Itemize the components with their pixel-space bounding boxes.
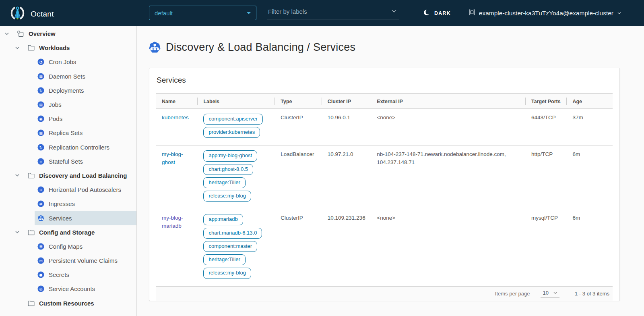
label-badge: heritage:Tiller	[203, 177, 245, 188]
sidebar-item-label: Ingresses	[49, 200, 75, 207]
chevron-down-icon	[553, 291, 557, 295]
sidebar-item-config-and-storage[interactable]: Config and Storage	[0, 225, 136, 239]
labels-cell: app:my-blog-ghostchart:ghost-8.0.5herita…	[198, 146, 275, 209]
sidebar-item-persistent-volume-claims[interactable]: ▭Persistent Volume Claims	[0, 254, 136, 268]
sidebar-item-label: Cron Jobs	[49, 58, 76, 65]
chevron-down-icon[interactable]	[391, 8, 397, 15]
sidebar-item-pods[interactable]: ◉Pods	[0, 112, 136, 126]
svg-text:◎: ◎	[39, 287, 42, 291]
services-table: NameLabelsTypeCluster IPExternal IPTarge…	[156, 94, 613, 286]
secrets-icon: ●	[37, 271, 44, 279]
dropdown-caret-icon	[247, 12, 251, 14]
services-icon	[37, 214, 44, 222]
folder-icon	[27, 229, 35, 236]
pagination: Items per page 10 1 - 3 of 3 items	[156, 286, 613, 301]
label-badge: chart:mariadb-6.13.0	[203, 228, 262, 239]
type-cell: ClusterIP	[275, 108, 322, 146]
dark-mode-label: DARK	[434, 10, 451, 16]
sidebar-item-label: Pods	[49, 115, 62, 122]
sidebar-item-label: Secrets	[49, 271, 69, 278]
jobs-icon: ▤	[37, 101, 44, 108]
external-ip-cell: nb-104-237-148-71.newark.nodebalancer.li…	[371, 146, 526, 209]
items-per-page-select[interactable]: 10	[541, 290, 559, 297]
octant-logo-icon	[10, 5, 25, 23]
dark-mode-toggle[interactable]: DARK	[421, 0, 453, 26]
chevron-down-icon[interactable]	[14, 45, 20, 51]
sidebar-item-label: Config and Storage	[39, 229, 95, 236]
labels-cell: component:apiserverprovider:kubernetes	[198, 108, 275, 146]
sidebar-item-label: Persistent Volume Claims	[49, 257, 118, 264]
sidebar-item-custom-resources[interactable]: Custom Resources	[0, 296, 136, 310]
sidebar-item-config-maps[interactable]: ☰Config Maps	[0, 239, 136, 254]
column-header-labels: Labels	[198, 94, 275, 109]
cluster-select[interactable]: example-cluster-ka3TuTzYo4a@example-clus…	[469, 0, 621, 26]
sidebar-item-discovery-and-load-balancing[interactable]: Discovery and Load Balancing	[0, 168, 136, 183]
sidebar-item-label: Horizontal Pod Autoscalers	[49, 186, 121, 193]
sidebar-item-label: Overview	[29, 30, 56, 37]
label-badge: release:my-blog	[203, 191, 251, 202]
service-link-kubernetes[interactable]: kubernetes	[162, 114, 189, 121]
chevron-down-icon[interactable]	[14, 173, 20, 178]
label-filter-input[interactable]	[267, 8, 391, 17]
main-content: Discovery & Load Balancing / Services Se…	[137, 26, 644, 316]
sidebar-item-secrets[interactable]: ●Secrets	[0, 268, 136, 282]
sidebar-item-replica-sets[interactable]: ▩Replica Sets	[0, 126, 136, 140]
moon-icon	[423, 9, 431, 17]
label-badge: component:apiserver	[203, 114, 262, 125]
services-icon	[149, 41, 161, 54]
sidebar-item-label: Replication Controllers	[49, 144, 109, 151]
label-badge: release:my-blog	[203, 268, 251, 279]
replica-sets-icon: ▩	[37, 129, 44, 137]
svg-text:↔: ↔	[39, 188, 42, 192]
sidebar-item-label: Deployments	[49, 87, 84, 94]
config-maps-icon: ☰	[37, 243, 44, 250]
column-header-type: Type	[275, 94, 322, 109]
pods-icon: ◉	[37, 115, 44, 123]
label-badge: provider:kubernetes	[203, 127, 260, 138]
sidebar-item-stateful-sets[interactable]: ≡Stateful Sets	[0, 154, 136, 168]
column-header-age: Age	[567, 94, 613, 109]
svg-text:◉: ◉	[39, 117, 42, 121]
age-cell: 6m	[567, 146, 613, 209]
sidebar-item-overview[interactable]: Overview	[0, 27, 136, 41]
daemon-sets-icon: ▦	[37, 73, 44, 80]
chevron-down-icon[interactable]	[14, 229, 20, 235]
label-badge: app:mariadb	[203, 214, 243, 225]
card-title: Services	[157, 76, 613, 85]
cluster-ip-cell: 10.96.0.1	[322, 108, 372, 146]
cluster-icon	[469, 9, 475, 17]
ingresses-icon: ⇄	[37, 200, 44, 208]
sidebar-item-replication-controllers[interactable]: ↻Replication Controllers	[0, 140, 136, 154]
sidebar-item-label: Workloads	[39, 44, 70, 51]
sidebar-item-service-accounts[interactable]: ◎Service Accounts	[0, 282, 136, 296]
sidebar-item-deployments[interactable]: ↻Deployments	[0, 83, 136, 98]
sidebar-item-ingresses[interactable]: ⇄Ingresses	[0, 197, 136, 211]
type-cell: ClusterIP	[275, 209, 322, 286]
sidebar: OverviewWorkloads◔Cron Jobs▦Daemon Sets↻…	[0, 26, 137, 316]
chevron-down-icon[interactable]	[4, 31, 10, 37]
sidebar-item-services[interactable]: Services	[0, 211, 136, 225]
sidebar-item-workloads[interactable]: Workloads	[0, 41, 136, 55]
cluster-ip-cell: 10.109.231.236	[322, 209, 372, 286]
service-link-my-blog-mariadb[interactable]: my-blog-mariadb	[162, 215, 183, 229]
column-header-name: Name	[156, 94, 198, 109]
target-ports-cell: mysql/TCP	[526, 209, 567, 286]
service-link-my-blog-ghost[interactable]: my-blog-ghost	[162, 151, 183, 165]
type-cell: LoadBalancer	[275, 146, 322, 209]
age-cell: 6m	[567, 209, 613, 286]
column-header-target-ports: Target Ports	[526, 94, 567, 109]
sidebar-item-daemon-sets[interactable]: ▦Daemon Sets	[0, 69, 136, 83]
persistent-volume-claims-icon: ▭	[37, 257, 44, 264]
namespace-select[interactable]: default	[149, 6, 256, 20]
svg-text:↻: ↻	[39, 146, 42, 150]
sidebar-item-horizontal-pod-autoscalers[interactable]: ↔Horizontal Pod Autoscalers	[0, 183, 136, 197]
page-header: Discovery & Load Balancing / Services	[137, 26, 644, 54]
sidebar-item-label: Stateful Sets	[49, 158, 83, 165]
sidebar-item-cron-jobs[interactable]: ◔Cron Jobs	[0, 55, 136, 69]
svg-text:▭: ▭	[39, 259, 42, 263]
svg-text:⇄: ⇄	[39, 202, 42, 206]
label-badge: heritage:Tiller	[203, 254, 245, 265]
label-badge: chart:ghost-8.0.5	[203, 164, 253, 175]
sidebar-item-jobs[interactable]: ▤Jobs	[0, 98, 136, 112]
horizontal-pod-autoscalers-icon: ↔	[37, 186, 44, 193]
